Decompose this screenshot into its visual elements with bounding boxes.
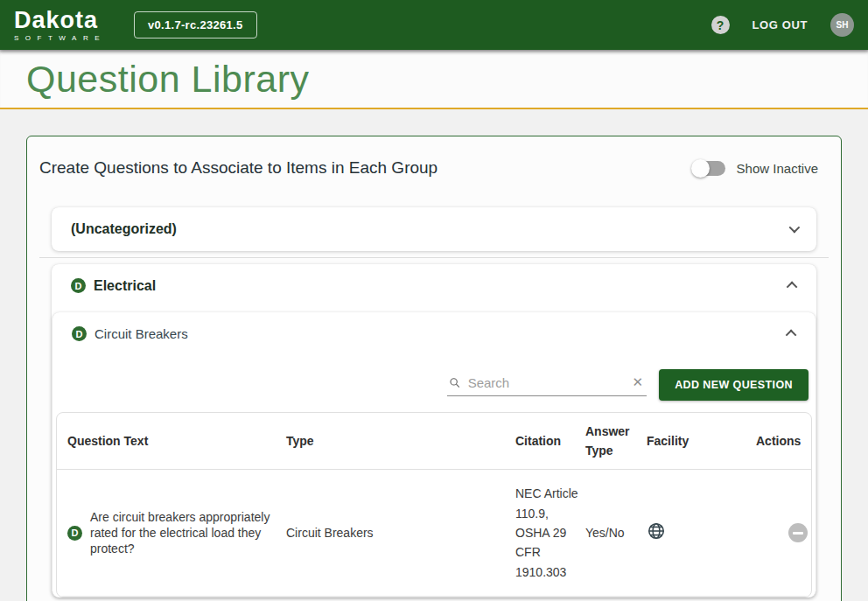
divider xyxy=(39,257,829,258)
col-header-actions: Actions xyxy=(734,433,812,449)
search-input[interactable] xyxy=(468,375,624,390)
dakota-library-icon: D xyxy=(72,326,87,341)
question-toolbar: ✕ ADD NEW QUESTION xyxy=(56,356,812,412)
chevron-up-icon[interactable] xyxy=(787,282,798,293)
question-text: Are circuit breakers appropriately rated… xyxy=(90,509,276,557)
col-header-question-text: Question Text xyxy=(57,433,286,449)
logo-wordmark: Dakota xyxy=(14,9,106,32)
globe-icon xyxy=(647,521,666,541)
avatar[interactable]: SH xyxy=(830,13,854,37)
group-label: (Uncategorized) xyxy=(71,221,177,237)
table-header-row: Question Text Type Citation Answer Type … xyxy=(57,413,811,471)
table-row: D Are circuit breakers appropriately rat… xyxy=(57,470,811,597)
group-header-uncategorized[interactable]: (Uncategorized) xyxy=(52,207,816,251)
add-new-question-button[interactable]: ADD NEW QUESTION xyxy=(659,369,808,401)
logo-subtext: SOFTWARE xyxy=(14,35,106,42)
search-icon xyxy=(449,375,461,390)
dakota-logo[interactable]: Dakota SOFTWARE xyxy=(14,9,106,42)
show-inactive-label: Show Inactive xyxy=(737,161,818,176)
search-field[interactable]: ✕ xyxy=(447,373,647,396)
group-label: Electrical xyxy=(94,278,156,294)
deactivate-question-icon[interactable] xyxy=(788,523,808,542)
question-type: Circuit Breakers xyxy=(286,525,515,541)
chevron-down-icon[interactable] xyxy=(789,222,801,234)
toggle-knob[interactable] xyxy=(691,159,710,178)
version-badge: v0.1.7-rc.23261.5 xyxy=(134,11,256,38)
dakota-library-icon: D xyxy=(67,526,82,541)
page-title-bar: Question Library xyxy=(0,50,868,109)
show-inactive-toggle[interactable] xyxy=(693,161,725,176)
question-library-card: Create Questions to Associate to Items i… xyxy=(26,136,842,601)
card-heading: Create Questions to Associate to Items i… xyxy=(39,156,438,181)
app-header: Dakota SOFTWARE v0.1.7-rc.23261.5 ? LOG … xyxy=(0,0,868,50)
page-title: Question Library xyxy=(26,58,310,101)
questions-table: Question Text Type Citation Answer Type … xyxy=(56,412,812,598)
question-citation: NEC Article 110.9, OSHA 29 CFR 1910.303 xyxy=(515,484,585,582)
help-icon[interactable]: ? xyxy=(711,16,730,34)
col-header-type: Type xyxy=(286,433,515,449)
group-header-electrical[interactable]: D Electrical xyxy=(52,264,816,308)
col-header-citation: Citation xyxy=(515,431,585,451)
col-header-answer-type: Answer Type xyxy=(585,422,647,461)
chevron-up-icon[interactable] xyxy=(786,330,797,341)
clear-search-icon[interactable]: ✕ xyxy=(631,374,646,390)
group-panel-electrical: D Electrical D Circuit Breakers xyxy=(52,264,816,598)
group-panel-uncategorized: (Uncategorized) xyxy=(52,207,816,251)
group-header-circuit-breakers[interactable]: D Circuit Breakers xyxy=(52,312,816,356)
logout-button[interactable]: LOG OUT xyxy=(752,18,808,31)
group-panel-circuit-breakers: D Circuit Breakers xyxy=(52,312,816,598)
question-answer-type: Yes/No xyxy=(585,523,647,542)
dakota-library-icon: D xyxy=(71,278,86,293)
col-header-facility: Facility xyxy=(647,433,734,449)
group-label: Circuit Breakers xyxy=(94,326,188,341)
